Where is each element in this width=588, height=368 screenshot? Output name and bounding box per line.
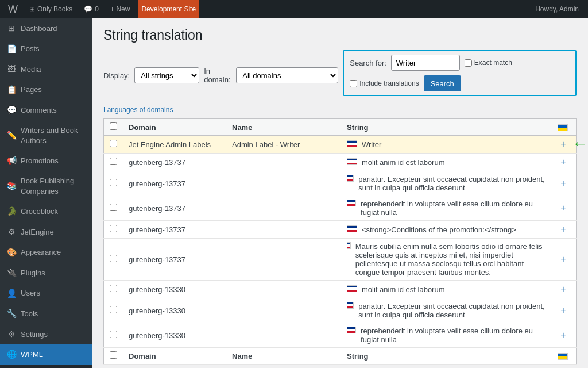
strings-table: Domain Name String Jet Engine Admin Labe… — [103, 118, 577, 365]
table-row: gutenberg-13330 molit anim id est laboru… — [104, 281, 577, 298]
row-checkbox[interactable] — [110, 179, 117, 186]
sidebar-item-writers[interactable]: ✏️ Writers and Book Authors — [0, 121, 92, 151]
exact-match-checkbox[interactable] — [465, 59, 472, 67]
row-checkbox[interactable] — [110, 204, 117, 211]
add-translation-btn[interactable]: + — [558, 224, 569, 235]
row-domain: gutenberg-13737 — [123, 221, 226, 239]
select-all-checkbox[interactable] — [110, 122, 117, 130]
sidebar-item-wpml[interactable]: 🌐 WPML — [0, 344, 92, 365]
sidebar-item-settings[interactable]: ⚙ Settings — [0, 324, 92, 345]
add-translation-btn[interactable]: + — [558, 305, 569, 316]
table-row: gutenberg-13737 molit anim id est laboru… — [104, 154, 577, 171]
sidebar-item-dashboard[interactable]: ⊞ Dashboard — [0, 18, 92, 39]
table-row: gutenberg-13330 reprehenderit in volupta… — [104, 323, 577, 348]
row-name — [226, 239, 341, 281]
row-checkbox[interactable] — [110, 225, 117, 232]
site-name[interactable]: ⊞ Only Books — [26, 0, 76, 18]
sidebar-item-appearance[interactable]: 🎨 Appearance — [0, 243, 92, 263]
name-header: Name — [226, 119, 341, 136]
dev-site-badge[interactable]: Development Site — [138, 0, 199, 18]
row-checkbox[interactable] — [110, 255, 117, 262]
wpml-submenu: Translation Management Languages Theme a… — [0, 365, 92, 368]
sidebar-item-pages[interactable]: 📋 Pages — [0, 80, 92, 101]
add-translation-btn[interactable]: + — [558, 139, 569, 150]
sidebar-item-trans-mgmt[interactable]: Translation Management — [0, 365, 92, 368]
wpml-icon: 🌐 — [7, 349, 16, 361]
add-translation-btn[interactable]: + — [558, 157, 569, 167]
admin-logo[interactable]: W — [5, 0, 21, 18]
row-name — [226, 171, 341, 196]
green-arrow: ← — [572, 135, 588, 153]
sidebar: ⊞ Dashboard 📄 Posts 🖼 Media 📋 Pages 💬 Co… — [0, 18, 92, 368]
add-translation-btn[interactable]: + — [558, 254, 569, 264]
include-trans-label: Include translations — [350, 79, 419, 87]
sidebar-item-comments[interactable]: 💬 Comments — [0, 100, 92, 121]
sidebar-item-tools[interactable]: 🔧 Tools — [0, 304, 92, 324]
new-item[interactable]: + New — [107, 0, 133, 18]
comments-count[interactable]: 💬 0 — [80, 0, 102, 18]
row-string: pariatur. Excepteur sint occaecat cupida… — [341, 171, 552, 196]
table-row: gutenberg-13737 pariatur. Excepteur sint… — [104, 171, 577, 196]
row-string: pariatur. Excepteur sint occaecat cupida… — [341, 298, 552, 323]
domain-select[interactable]: All domains Jet Engine Admin Labels gute… — [236, 67, 338, 83]
row-string: Writer — [341, 136, 552, 154]
search-input[interactable] — [391, 55, 460, 71]
domain-header: Domain — [123, 119, 226, 136]
row-checkbox[interactable] — [110, 331, 117, 338]
admin-bar: W ⊞ Only Books 💬 0 + New Development Sit… — [0, 0, 588, 18]
row-domain: gutenberg-13330 — [123, 281, 226, 298]
row-string: reprehenderit in voluptate velit esse ci… — [341, 196, 552, 221]
users-icon: 👤 — [7, 288, 16, 300]
row-name — [226, 323, 341, 348]
posts-icon: 📄 — [7, 44, 16, 55]
table-row: gutenberg-13737 <strong>Conditions of th… — [104, 221, 577, 239]
row-domain: gutenberg-13330 — [123, 323, 226, 348]
settings-icon: ⚙ — [7, 329, 16, 340]
exact-match-label: Exact match — [465, 59, 512, 67]
row-domain: gutenberg-13737 — [123, 154, 226, 171]
dashboard-icon: ⊞ — [7, 23, 16, 34]
sidebar-item-users[interactable]: 👤 Users — [0, 283, 92, 304]
row-domain: gutenberg-13737 — [123, 239, 226, 281]
sidebar-item-book-pub[interactable]: 📚 Book Publishing Companies — [0, 171, 92, 201]
add-translation-btn[interactable]: + — [558, 330, 569, 340]
promotions-icon: 📢 — [7, 155, 16, 167]
row-domain: gutenberg-13737 — [123, 196, 226, 221]
sidebar-item-posts[interactable]: 📄 Posts — [0, 39, 92, 60]
sidebar-item-media[interactable]: 🖼 Media — [0, 59, 92, 80]
row-checkbox[interactable] — [110, 306, 117, 313]
select-all-footer-checkbox[interactable] — [110, 351, 117, 359]
add-translation-btn[interactable]: + — [558, 284, 569, 294]
row-name — [226, 196, 341, 221]
display-select[interactable]: All strings Translated Untranslated Need… — [134, 67, 199, 83]
table-row: gutenberg-13330 pariatur. Excepteur sint… — [104, 298, 577, 323]
row-checkbox[interactable] — [110, 140, 117, 147]
footer-string-header: String — [341, 348, 552, 365]
add-translation-btn[interactable]: + — [558, 178, 569, 189]
display-label: Display: — [103, 71, 130, 80]
table-row: Jet Engine Admin Labels Admin Label - Wr… — [104, 136, 577, 154]
search-for-label: Search for: — [350, 59, 386, 67]
tools-icon: 🔧 — [7, 308, 16, 320]
row-string: Mauris cubilia enim nulla sem lobortis o… — [341, 239, 552, 281]
sidebar-item-plugins[interactable]: 🔌 Plugins — [0, 263, 92, 283]
add-translation-btn[interactable]: + — [558, 203, 569, 213]
footer-flag-header — [552, 348, 577, 365]
row-string: molit anim id est laborum — [341, 154, 552, 171]
appearance-icon: 🎨 — [7, 247, 16, 259]
page-title: String translation — [103, 28, 577, 43]
languages-of-domains-link[interactable]: Languages of domains — [103, 106, 173, 114]
plugins-icon: 🔌 — [7, 267, 16, 279]
search-button[interactable]: Search — [424, 75, 461, 91]
row-checkbox[interactable] — [110, 158, 117, 165]
row-name — [226, 281, 341, 298]
include-trans-checkbox[interactable] — [350, 80, 357, 87]
footer-name-header: Name — [226, 348, 341, 365]
comments-icon: 💬 — [7, 105, 16, 116]
row-checkbox[interactable] — [110, 285, 117, 292]
sidebar-item-crocoblock[interactable]: 🐊 Crocoblock — [0, 201, 92, 222]
sidebar-item-promotions[interactable]: 📢 Promotions — [0, 151, 92, 171]
table-row: gutenberg-13737 Mauris cubilia enim null… — [104, 239, 577, 281]
sidebar-item-jetengine[interactable]: ⚙ JetEngine — [0, 222, 92, 243]
table-footer-row: Domain Name String — [104, 348, 577, 365]
